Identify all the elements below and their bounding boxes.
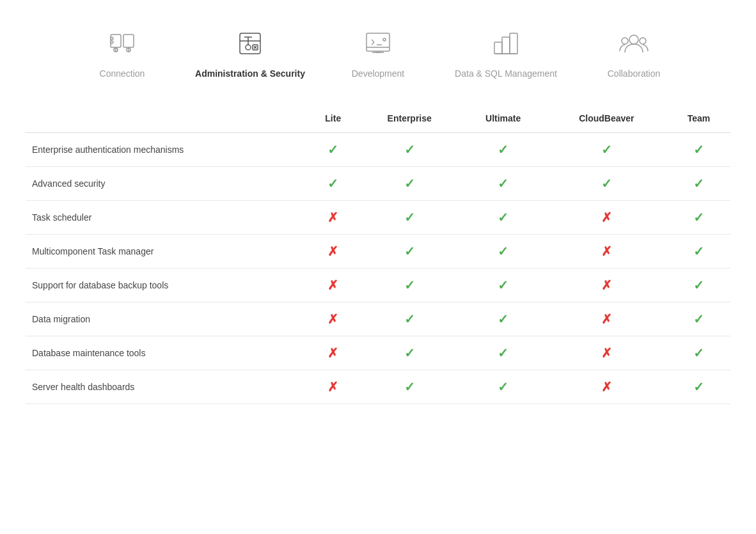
check-icon: ✓ [404,143,415,157]
check-icon: ✓ [601,177,612,191]
data-sql-label: Data & SQL Management [455,68,557,79]
cross-icon: ✗ [601,312,612,326]
category-development[interactable]: Development [314,19,442,89]
check-icon: ✓ [498,244,508,258]
cell-6-1: ✓ [359,336,461,370]
check-icon: ✓ [498,143,508,157]
col-header-lite: Lite [308,108,359,133]
cell-6-2: ✓ [461,336,546,370]
admin-security-label: Administration & Security [195,68,305,79]
cell-4-0: ✗ [308,269,359,302]
category-admin-security[interactable]: Administration & Security [186,19,314,89]
check-icon: ✓ [693,244,704,258]
table-header-row: Lite Enterprise Ultimate CloudBeaver Tea… [26,108,730,133]
svg-point-29 [622,38,628,44]
cell-5-0: ✗ [308,302,359,336]
cell-5-2: ✓ [461,302,546,336]
table-row: Database maintenance tools✗✓✓✗✓ [26,336,730,370]
col-header-ultimate: Ultimate [461,108,546,133]
comparison-table: Lite Enterprise Ultimate CloudBeaver Tea… [26,108,730,404]
feature-name-cell: Server health dashboards [26,370,308,404]
cell-6-4: ✓ [667,336,730,370]
category-nav: Connection Administration & Security [26,19,730,89]
collaboration-icon [616,26,652,61]
table-row: Enterprise authentication mechanisms✓✓✓✓… [26,133,730,167]
cell-5-4: ✓ [667,302,730,336]
cell-7-0: ✗ [308,370,359,404]
connection-label: Connection [100,68,145,79]
check-icon: ✓ [404,177,415,191]
cell-3-3: ✗ [546,235,667,269]
svg-rect-16 [366,33,390,51]
table-row: Task scheduler✗✓✓✗✓ [26,201,730,235]
svg-rect-25 [502,37,510,54]
category-data-sql[interactable]: Data & SQL Management [442,19,570,89]
feature-name-cell: Enterprise authentication mechanisms [26,133,308,167]
cell-2-3: ✗ [546,201,667,235]
cell-2-2: ✓ [461,201,546,235]
svg-point-28 [629,35,638,44]
cross-icon: ✗ [601,346,612,360]
development-icon [360,26,396,61]
svg-rect-24 [494,42,502,54]
check-icon: ✓ [693,278,704,292]
check-icon: ✓ [498,278,508,292]
feature-name-cell: Advanced security [26,167,308,201]
check-icon: ✓ [693,177,704,191]
cross-icon: ✗ [327,346,338,360]
check-icon: ✓ [498,380,508,394]
cell-0-0: ✓ [308,133,359,167]
svg-rect-2 [123,35,134,47]
check-icon: ✓ [404,244,415,258]
svg-rect-8 [240,33,260,54]
check-icon: ✓ [327,143,338,157]
cell-1-2: ✓ [461,167,546,201]
category-collaboration[interactable]: Collaboration [570,19,698,89]
table-row: Data migration✗✓✓✗✓ [26,302,730,336]
collaboration-label: Collaboration [608,68,661,79]
check-icon: ✓ [404,312,415,326]
cell-0-4: ✓ [667,133,730,167]
check-icon: ✓ [404,380,415,394]
check-icon: ✓ [693,346,704,360]
svg-point-30 [640,38,646,44]
cell-1-0: ✓ [308,167,359,201]
cell-6-0: ✗ [308,336,359,370]
cell-3-2: ✓ [461,235,546,269]
category-connection[interactable]: Connection [58,19,186,89]
table-row: Multicomponent Task manager✗✓✓✗✓ [26,235,730,269]
check-icon: ✓ [498,346,508,360]
col-header-cloudbeaver: CloudBeaver [546,108,667,133]
cell-3-4: ✓ [667,235,730,269]
cell-7-2: ✓ [461,370,546,404]
check-icon: ✓ [327,177,338,191]
check-icon: ✓ [498,210,508,224]
cell-0-2: ✓ [461,133,546,167]
cell-2-4: ✓ [667,201,730,235]
cross-icon: ✗ [327,278,338,292]
cell-0-1: ✓ [359,133,461,167]
cell-4-1: ✓ [359,269,461,302]
data-sql-icon [488,26,524,61]
cell-7-1: ✓ [359,370,461,404]
cross-icon: ✗ [601,278,612,292]
cell-2-0: ✗ [308,201,359,235]
cell-2-1: ✓ [359,201,461,235]
cell-5-1: ✓ [359,302,461,336]
svg-point-4 [111,37,113,40]
cell-4-2: ✓ [461,269,546,302]
connection-icon [104,26,140,61]
cross-icon: ✗ [601,210,612,224]
check-icon: ✓ [404,346,415,360]
admin-security-icon [232,26,268,61]
cell-3-1: ✓ [359,235,461,269]
cell-3-0: ✗ [308,235,359,269]
feature-name-cell: Data migration [26,302,308,336]
page-container: Connection Administration & Security [0,0,756,423]
svg-line-21 [372,42,374,45]
development-label: Development [352,68,405,79]
cross-icon: ✗ [327,210,338,224]
col-header-enterprise: Enterprise [359,108,461,133]
cross-icon: ✗ [327,244,338,258]
feature-name-cell: Task scheduler [26,201,308,235]
